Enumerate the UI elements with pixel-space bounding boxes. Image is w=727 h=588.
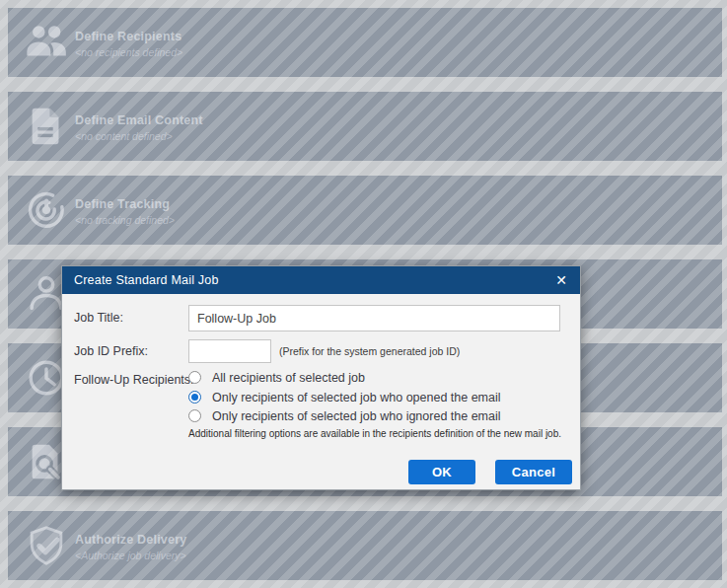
create-mail-job-dialog: Create Standard Mail Job ✕ Job Title: Jo…: [61, 265, 581, 490]
target-icon: [24, 187, 69, 233]
job-title-label: Job Title:: [74, 311, 123, 325]
step-subtitle: <Authorize job delivery>: [75, 550, 186, 561]
shield-check-icon: [24, 523, 69, 568]
step-card-define-email-content: Define Email Content <no content defined…: [8, 92, 722, 161]
radio-button[interactable]: [188, 409, 201, 422]
radio-label: Only recipients of selected job who igno…: [212, 409, 501, 423]
page-background: Define Recipients <no recipients defined…: [0, 0, 727, 588]
dialog-title: Create Standard Mail Job: [74, 273, 219, 287]
dialog-titlebar: Create Standard Mail Job ✕: [62, 266, 580, 294]
cancel-button[interactable]: Cancel: [495, 460, 572, 484]
radio-button[interactable]: [188, 391, 201, 404]
step-title: Define Recipients: [75, 30, 182, 43]
step-card-define-recipients: Define Recipients <no recipients defined…: [8, 8, 722, 77]
dialog-body: Job Title: Job ID Prefix: (Prefix for th…: [62, 294, 580, 489]
step-title: Define Tracking: [75, 197, 170, 211]
job-title-input[interactable]: [188, 305, 560, 331]
radio-label: All recipients of selected job: [212, 371, 365, 385]
close-icon[interactable]: ✕: [552, 271, 570, 289]
job-id-prefix-label: Job ID Prefix:: [74, 344, 148, 358]
step-title: Authorize Delivery: [75, 533, 186, 547]
step-subtitle: <no tracking defined>: [75, 214, 175, 226]
step-title: Define Email Content: [75, 113, 203, 127]
step-subtitle: <no content defined>: [75, 130, 173, 142]
radio-label: Only recipients of selected job who open…: [212, 391, 501, 404]
radio-button[interactable]: [188, 371, 201, 384]
followup-recipients-label: Follow-Up Recipients:: [74, 373, 194, 387]
people-icon: [24, 20, 69, 65]
step-subtitle: <no recipients defined>: [75, 46, 182, 58]
job-id-prefix-input[interactable]: [188, 339, 271, 363]
document-icon: [24, 104, 69, 149]
filtering-note: Additional filtering options are availab…: [188, 427, 575, 441]
step-card-define-tracking: Define Tracking <no tracking defined>: [8, 176, 722, 245]
ok-button[interactable]: OK: [408, 460, 475, 484]
job-id-prefix-hint: (Prefix for the system generated job ID): [279, 345, 460, 357]
step-card-authorize-delivery: Authorize Delivery <Authorize job delive…: [8, 511, 722, 580]
